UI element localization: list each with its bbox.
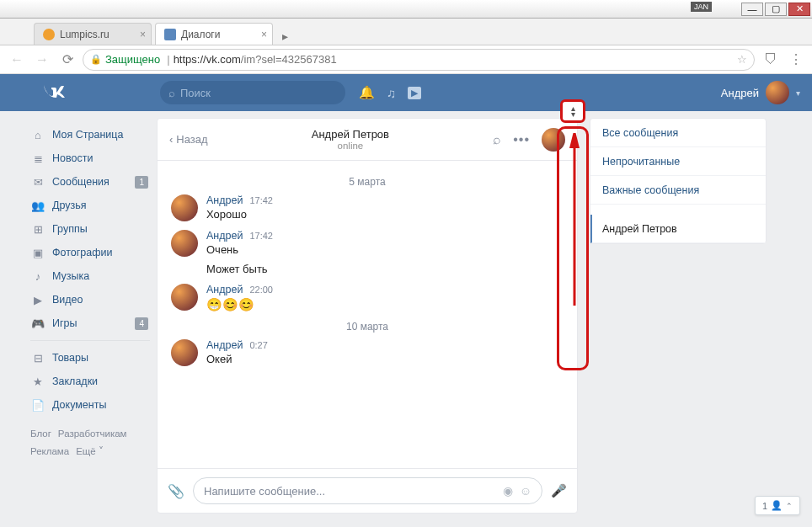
lock-icon: 🔒 xyxy=(90,54,102,65)
username-label: Андрей xyxy=(721,87,759,99)
favicon-icon xyxy=(43,29,55,40)
groups-icon: ⊞ xyxy=(30,223,45,236)
chat-panel: ‹ Назад Андрей Петров online ⌕ ••• 5 мар… xyxy=(157,118,578,514)
avatar[interactable] xyxy=(171,339,198,366)
msg-author[interactable]: Андрей xyxy=(206,284,243,295)
header-icons: 🔔 ♫ ▶ xyxy=(359,85,421,100)
msg-time: 17:42 xyxy=(249,195,273,205)
favicon-icon xyxy=(164,29,176,40)
back-button[interactable]: ‹ Назад xyxy=(169,133,208,146)
scroll-updown-icon: ▴▾ xyxy=(571,105,575,117)
tab-label: Диалоги xyxy=(181,29,220,40)
msg-time: 17:42 xyxy=(249,231,273,241)
filter-peer[interactable]: Андрей Петров xyxy=(590,215,766,243)
sidebar-item-docs[interactable]: 📄Документы xyxy=(30,393,157,417)
search-input[interactable]: ⌕ Поиск xyxy=(160,81,345,104)
tab-close-icon[interactable]: × xyxy=(140,29,146,40)
sidebar-item-mypage[interactable]: ⌂Моя Страница xyxy=(30,123,157,146)
extension-button[interactable]: ⛉ xyxy=(761,51,780,69)
nav-reload-button[interactable]: ⟳ xyxy=(57,50,77,70)
filter-unread[interactable]: Непрочитанные xyxy=(590,147,766,176)
browser-menu-button[interactable]: ⋮ xyxy=(787,51,805,69)
window-close-button[interactable]: ✕ xyxy=(788,3,810,16)
sidebar-item-video[interactable]: ▶Видео xyxy=(30,288,157,311)
nav-back-button[interactable]: ← xyxy=(7,50,27,70)
footer-devs[interactable]: Разработчикам xyxy=(58,429,127,439)
peer-name: Андрей Петров xyxy=(208,128,494,141)
msg-author[interactable]: Андрей xyxy=(206,230,243,242)
news-icon: ≣ xyxy=(30,152,45,165)
sidebar-item-messages[interactable]: ✉Сообщения1 xyxy=(30,170,157,194)
avatar[interactable] xyxy=(171,194,198,221)
sidebar-item-music[interactable]: ♪Музыка xyxy=(30,264,157,288)
bookmark-star-icon[interactable]: ☆ xyxy=(737,53,747,66)
badge: 4 xyxy=(135,317,148,330)
annotation-scroll-target: ▴▾ xyxy=(560,99,585,123)
msg-text: Окей xyxy=(206,353,268,365)
new-tab-button[interactable]: ▸ xyxy=(276,28,293,45)
sidebar-item-market[interactable]: ⊟Товары xyxy=(30,346,157,370)
notifications-icon[interactable]: 🔔 xyxy=(359,85,375,100)
filter-important[interactable]: Важные сообщения xyxy=(590,176,766,205)
message-icon: ✉ xyxy=(30,176,45,189)
peer-status: online xyxy=(208,141,494,151)
browser-tab-1[interactable]: Lumpics.ru × xyxy=(34,23,152,45)
tab-label: Lumpics.ru xyxy=(60,29,110,40)
star-icon: ★ xyxy=(30,375,45,388)
window-minimize-button[interactable]: — xyxy=(741,3,763,16)
message-row: Андрей17:42 Хорошо xyxy=(171,194,564,221)
chat-body[interactable]: 5 марта Андрей17:42 Хорошо Андрей17:42 О… xyxy=(158,161,577,468)
chat-peer[interactable]: Андрей Петров online xyxy=(208,128,494,151)
doc-icon: 📄 xyxy=(30,399,45,412)
sidebar-item-friends[interactable]: 👥Друзья xyxy=(30,194,157,217)
emoji-icon[interactable]: ☺ xyxy=(520,484,532,498)
search-icon[interactable]: ⌕ xyxy=(493,132,501,147)
date-header: 10 марта xyxy=(171,321,564,333)
profile-menu[interactable]: Андрей ▾ xyxy=(721,81,800,104)
window-maximize-button[interactable]: ▢ xyxy=(765,3,787,16)
url-path: /im?sel=432567381 xyxy=(241,53,337,66)
msg-text: Может быть xyxy=(206,263,273,275)
music-icon: ♪ xyxy=(30,270,45,283)
avatar[interactable] xyxy=(171,230,198,257)
video-play-icon[interactable]: ▶ xyxy=(408,87,421,99)
bottom-notification[interactable]: 1 👤 ⌃ xyxy=(755,496,800,515)
more-icon[interactable]: ••• xyxy=(513,132,530,147)
sidebar: ⌂Моя Страница ≣Новости ✉Сообщения1 👥Друз… xyxy=(30,118,157,527)
sidebar-item-groups[interactable]: ⊞Группы xyxy=(30,217,157,241)
browser-tabbar: Lumpics.ru × Диалоги × ▸ xyxy=(0,19,812,45)
tab-close-icon[interactable]: × xyxy=(261,29,267,40)
footer-blog[interactable]: Блог xyxy=(30,429,51,439)
msg-author[interactable]: Андрей xyxy=(206,339,243,351)
sidebar-item-bookmarks[interactable]: ★Закладки xyxy=(30,370,157,393)
footer-more[interactable]: Ещё ˅ xyxy=(76,446,104,456)
nav-forward-button[interactable]: → xyxy=(32,50,52,70)
sidebar-item-games[interactable]: 🎮Игры4 xyxy=(30,311,157,335)
vk-body: ⌂Моя Страница ≣Новости ✉Сообщения1 👥Друз… xyxy=(0,111,812,527)
chat-input-bar: 📎 Напишите сообщение... ◉ ☺ 🎤 xyxy=(158,468,577,513)
attach-icon[interactable]: 📎 xyxy=(168,483,184,499)
sidebar-item-photos[interactable]: ▣Фотографии xyxy=(30,241,157,264)
camera-icon[interactable]: ◉ xyxy=(503,484,513,498)
message-row: Андрей17:42 Очень Может быть xyxy=(171,230,564,275)
message-row: Андрей0:27 Окей xyxy=(171,339,564,366)
chat-header-actions: ⌕ ••• xyxy=(493,128,565,152)
avatar xyxy=(766,81,789,104)
msg-author[interactable]: Андрей xyxy=(206,194,243,206)
mic-icon[interactable]: 🎤 xyxy=(551,483,567,498)
separator xyxy=(30,340,150,341)
music-icon[interactable]: ♫ xyxy=(387,86,396,100)
footer-ads[interactable]: Реклама xyxy=(30,446,69,456)
url-host: https://vk.com xyxy=(174,53,241,66)
avatar[interactable] xyxy=(171,284,198,311)
msg-time: 22:00 xyxy=(249,285,273,295)
browser-tab-2[interactable]: Диалоги × xyxy=(155,23,273,45)
browser-addressbar: ← → ⟳ 🔒 Защищено | https://vk.com /im?se… xyxy=(0,45,812,74)
market-icon: ⊟ xyxy=(30,352,45,365)
filter-all[interactable]: Все сообщения xyxy=(590,119,766,147)
message-input[interactable]: Напишите сообщение... ◉ ☺ xyxy=(193,477,542,504)
sidebar-item-news[interactable]: ≣Новости xyxy=(30,146,157,170)
vk-logo[interactable] xyxy=(42,83,76,103)
url-input[interactable]: 🔒 Защищено | https://vk.com /im?sel=4325… xyxy=(83,49,755,71)
search-placeholder: Поиск xyxy=(180,87,211,99)
